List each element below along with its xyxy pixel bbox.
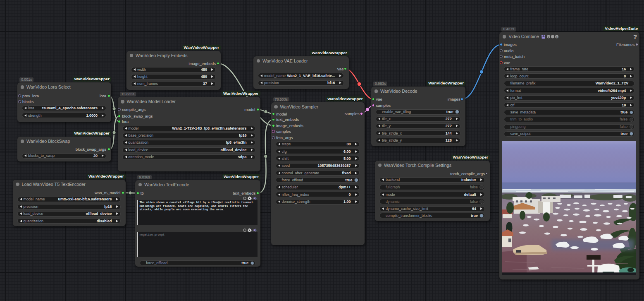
svg-text:v: v: [548, 35, 549, 38]
svg-text:-: -: [552, 35, 553, 38]
svg-text:s: s: [556, 35, 558, 38]
